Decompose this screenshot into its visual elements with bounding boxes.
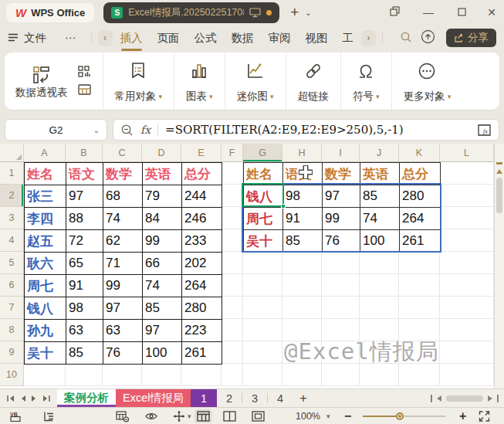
column-header-A[interactable]: A [24, 144, 66, 162]
table-cell[interactable]: 周七 [25, 275, 66, 297]
table-header-cell[interactable]: 数学 [323, 163, 360, 185]
visibility-eye-button[interactable] [144, 411, 158, 421]
grid-cell-L8[interactable] [440, 319, 494, 341]
table-cell[interactable]: 赵五 [25, 230, 66, 253]
grid-cell-C10[interactable] [103, 364, 142, 386]
grid-cell-K9[interactable] [399, 341, 440, 364]
grid-cell-J5[interactable] [360, 252, 399, 274]
table-header-cell[interactable]: 姓名 [244, 163, 283, 185]
table-cell[interactable]: 280 [182, 297, 222, 320]
grid-cell-L9[interactable] [440, 341, 494, 364]
column-header-F[interactable]: F [222, 144, 243, 162]
table-cell[interactable]: 85 [66, 342, 103, 365]
grid-cell-G5[interactable] [243, 252, 282, 274]
pivot-table-button[interactable]: 数据透视表 [15, 65, 68, 100]
scroll-up-icon[interactable] [496, 169, 502, 174]
menu-tab-page[interactable]: 页面 [157, 27, 180, 49]
table-cell[interactable]: 97 [323, 185, 360, 208]
grid-cell-L10[interactable] [440, 364, 494, 386]
grid-cell-H5[interactable] [282, 252, 322, 274]
grid-cell-F5[interactable] [222, 252, 243, 274]
sheet-tab-1[interactable]: 1 [191, 389, 217, 407]
grid-cell-F4[interactable] [222, 229, 243, 252]
table-header-cell[interactable]: 英语 [143, 163, 182, 185]
column-header-E[interactable]: E [181, 144, 222, 162]
result-table[interactable]: 姓名语文数学英语总分钱八989785280周七919974264吴十857610… [243, 162, 441, 253]
grid-cell-F7[interactable] [222, 297, 243, 319]
row-header-6[interactable]: 6 [0, 274, 24, 297]
grid-cell-B10[interactable] [66, 364, 103, 386]
grid-cell-I9[interactable] [322, 341, 360, 364]
menu-tab-view[interactable]: 视图 [306, 27, 328, 49]
table-cell[interactable]: 李四 [25, 208, 66, 230]
menu-tab-review[interactable]: 审阅 [269, 27, 291, 49]
next-sheet-button[interactable] [31, 395, 37, 402]
table-cell[interactable]: 吴十 [244, 230, 283, 253]
grid-cell-A10[interactable] [24, 364, 66, 386]
row-header-8[interactable]: 8 [0, 319, 24, 341]
table-cell[interactable]: 耿六 [25, 253, 66, 275]
grid-cell-K6[interactable] [399, 274, 440, 297]
table-cell[interactable]: 99 [103, 275, 143, 297]
menu-file[interactable]: 文件 [24, 31, 46, 46]
menu-tab-insert[interactable]: 插入 [120, 27, 143, 49]
grid-cell-H9[interactable] [282, 341, 322, 364]
grid-cell-L2[interactable] [440, 185, 494, 207]
table-cell[interactable]: 91 [283, 208, 323, 230]
more-objects-button[interactable]: 更多对象▾ [391, 53, 463, 110]
table-cell[interactable]: 72 [66, 230, 103, 253]
grid-cell-G7[interactable] [243, 297, 282, 319]
column-header-L[interactable]: L [440, 144, 494, 162]
grid-cell-I8[interactable] [322, 319, 360, 341]
grid-cell-G6[interactable] [243, 274, 282, 297]
scrollbar-split-handle[interactable] [496, 162, 502, 165]
row-header-1[interactable]: 1 [0, 162, 24, 185]
table-cell[interactable]: 91 [66, 275, 103, 297]
previous-sheet-button[interactable] [20, 395, 26, 402]
grid-cell-L5[interactable] [440, 252, 494, 274]
zoom-slider[interactable] [363, 416, 446, 417]
table-settings-button[interactable] [116, 410, 130, 422]
column-header-K[interactable]: K [399, 144, 440, 162]
new-tab-button[interactable]: + [290, 4, 299, 21]
document-tab[interactable]: S Excel情报局.2025022517080 [103, 2, 279, 23]
row-header-3[interactable]: 3 [0, 207, 24, 229]
grid-cell-I5[interactable] [322, 252, 360, 274]
table-cell[interactable]: 280 [400, 185, 441, 208]
table-cell[interactable]: 97 [143, 320, 182, 342]
table-cell[interactable]: 97 [66, 185, 103, 208]
table-header-cell[interactable]: 数学 [103, 163, 143, 185]
upload-cloud-icon[interactable] [421, 29, 435, 46]
grid-cell-F3[interactable] [222, 207, 243, 229]
table-header-cell[interactable]: 总分 [182, 163, 222, 185]
chart-button[interactable]: 图表▾ [174, 53, 225, 110]
grid-cell-J9[interactable] [360, 341, 399, 364]
table-cell[interactable]: 202 [182, 253, 222, 275]
column-header-I[interactable]: I [322, 144, 360, 162]
ribbon-scroll-left-button[interactable]: ‹ [98, 30, 113, 46]
table-cell[interactable]: 264 [400, 208, 441, 230]
table-cell[interactable]: 74 [143, 275, 182, 297]
grid-cell-I6[interactable] [322, 274, 360, 297]
table-cell[interactable]: 261 [400, 230, 441, 253]
grid-cell-H8[interactable] [282, 319, 322, 341]
row-header-7[interactable]: 7 [0, 297, 24, 319]
hamburger-menu-icon[interactable] [8, 32, 19, 44]
vertical-scroll-thumb[interactable] [496, 178, 502, 213]
table-cell[interactable]: 100 [360, 230, 400, 253]
pivot-chart-button[interactable] [77, 65, 92, 83]
common-objects-button[interactable]: 常用对象▾ [103, 53, 174, 110]
table-cell[interactable]: 79 [143, 185, 182, 208]
scroll-right-icon[interactable] [488, 395, 492, 402]
grid-cell-K8[interactable] [399, 319, 440, 341]
grid-cell-G8[interactable] [243, 319, 282, 341]
vertical-scrollbar[interactable] [494, 144, 504, 388]
horizontal-scrollbar[interactable] [431, 389, 504, 407]
grid-cell-F1[interactable] [222, 162, 243, 185]
table-cell[interactable]: 74 [360, 208, 400, 230]
zoom-in-button[interactable]: + [459, 409, 466, 423]
menu-overflow-icon[interactable]: ⋯ [65, 32, 77, 44]
table-cell[interactable]: 100 [143, 342, 182, 365]
table-cell[interactable]: 97 [103, 297, 143, 320]
table-cell[interactable]: 吴十 [25, 342, 66, 365]
